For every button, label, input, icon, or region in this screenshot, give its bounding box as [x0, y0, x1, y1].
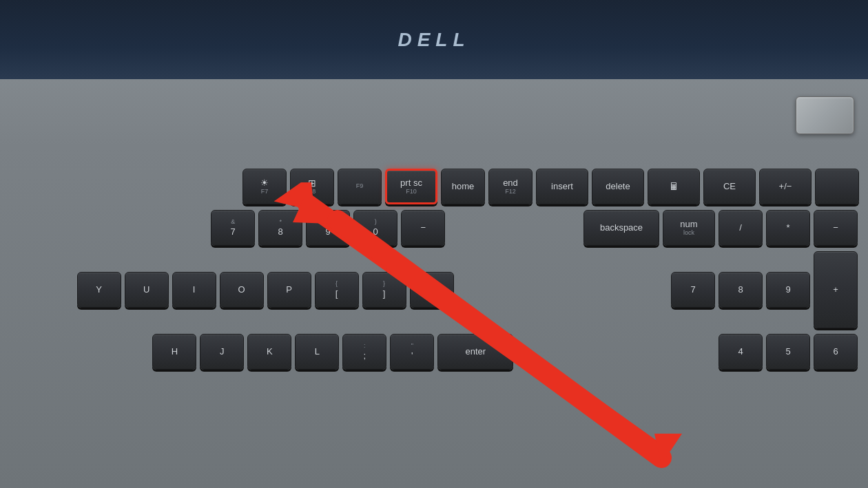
- keyboard-row-yuiop: Y U I O P { [ } ] | \: [3, 251, 865, 328]
- keyboard-area: ☀ F7 ⊞ F8 F9 prt sc F10 home end F12: [0, 158, 868, 488]
- key-9[interactable]: ( 9: [306, 210, 350, 246]
- key-8[interactable]: * 8: [258, 210, 302, 246]
- key-numpad-star[interactable]: *: [766, 210, 810, 246]
- keyboard-row-hjkl: H J K L : ; " ' enter 4: [3, 334, 865, 370]
- key-minus[interactable]: −: [401, 210, 445, 246]
- key-numpad-8[interactable]: 8: [719, 272, 763, 308]
- key-calculator[interactable]: 🖩: [648, 169, 700, 204]
- key-backslash[interactable]: | \: [410, 272, 454, 308]
- key-numpad-slash[interactable]: /: [719, 210, 763, 246]
- key-end[interactable]: end F12: [488, 169, 533, 204]
- keyboard-row-numbers: & 7 * 8 ( 9 ) 0 − backspace n: [3, 210, 865, 246]
- key-enter[interactable]: enter: [437, 334, 513, 370]
- key-numpad-9[interactable]: 9: [766, 272, 810, 308]
- key-prtsc[interactable]: prt sc F10: [385, 169, 437, 204]
- key-close-bracket[interactable]: } ]: [362, 272, 406, 308]
- key-0[interactable]: ) 0: [353, 210, 397, 246]
- key-j[interactable]: J: [200, 334, 244, 370]
- key-k[interactable]: K: [247, 334, 291, 370]
- power-button-area: [796, 96, 854, 134]
- key-quote[interactable]: " ': [390, 334, 434, 370]
- key-u[interactable]: U: [125, 272, 169, 308]
- key-h[interactable]: H: [152, 334, 196, 370]
- dell-logo: DELL: [397, 29, 470, 51]
- key-f8[interactable]: ⊞ F8: [290, 169, 334, 204]
- key-numpad-7[interactable]: 7: [671, 272, 715, 308]
- key-numpad-minus[interactable]: −: [814, 210, 858, 246]
- key-7[interactable]: & 7: [211, 210, 255, 246]
- key-numpad-5[interactable]: 5: [766, 334, 810, 370]
- key-plusminus[interactable]: +/−: [759, 169, 812, 204]
- key-backspace[interactable]: backspace: [583, 210, 659, 246]
- key-numpad-4[interactable]: 4: [719, 334, 763, 370]
- key-semicolon[interactable]: : ;: [342, 334, 386, 370]
- key-ce[interactable]: CE: [703, 169, 756, 204]
- laptop-body: DELL ☀ F7 ⊞ F8 F9 prt sc F10: [0, 0, 868, 488]
- key-insert[interactable]: insert: [536, 169, 588, 204]
- key-o[interactable]: O: [220, 272, 264, 308]
- key-delete[interactable]: delete: [592, 169, 644, 204]
- key-l[interactable]: L: [295, 334, 339, 370]
- key-extra-right[interactable]: [815, 169, 859, 204]
- key-open-bracket[interactable]: { [: [315, 272, 359, 308]
- key-f9[interactable]: F9: [338, 169, 382, 204]
- key-y[interactable]: Y: [77, 272, 121, 308]
- key-home[interactable]: home: [441, 169, 485, 204]
- key-numpad-6[interactable]: 6: [814, 334, 858, 370]
- keyboard-row-function: ☀ F7 ⊞ F8 F9 prt sc F10 home end F12: [3, 169, 865, 204]
- key-numlock[interactable]: num lock: [663, 210, 715, 246]
- laptop-screen-bezel: DELL: [0, 0, 868, 79]
- key-numpad-plus[interactable]: +: [814, 251, 858, 328]
- key-i[interactable]: I: [172, 272, 216, 308]
- key-p[interactable]: P: [267, 272, 311, 308]
- key-f7[interactable]: ☀ F7: [242, 169, 287, 204]
